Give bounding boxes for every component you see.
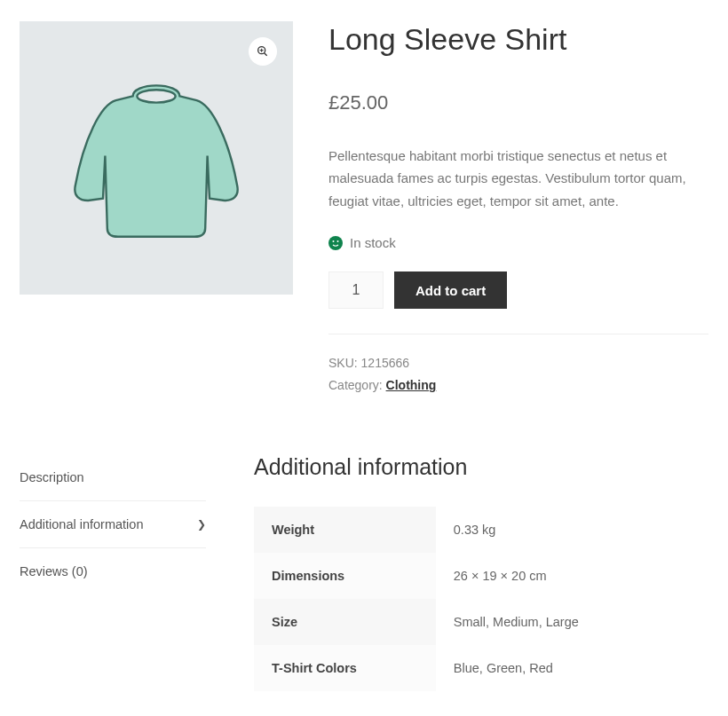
svg-point-7 [337,240,339,242]
stock-text: In stock [350,235,396,250]
product-title: Long Sleeve Shirt [328,21,708,58]
stock-status: In stock [328,235,708,250]
sku-label: SKU: [328,356,361,370]
svg-point-5 [328,236,343,250]
attribute-value: 26 × 19 × 20 cm [436,553,708,599]
sku-row: SKU: 1215666 [328,352,708,374]
tab-description[interactable]: Description [20,454,206,501]
product-description: Pellentesque habitant morbi tristique se… [328,145,708,213]
category-label: Category: [328,378,386,392]
chevron-right-icon: ❯ [197,518,206,531]
quantity-input[interactable] [328,271,384,309]
attribute-label: Size [254,599,436,645]
tabs-list: Description Additional information ❯ Rev… [20,454,206,691]
product-image[interactable] [20,21,293,295]
shirt-illustration [50,51,263,264]
svg-point-6 [333,240,335,242]
tab-reviews[interactable]: Reviews (0) [20,548,206,594]
attribute-label: Dimensions [254,553,436,599]
magnify-icon [256,44,270,59]
additional-information-panel: Additional information Weight0.33 kgDime… [254,454,708,691]
tab-label: Description [20,470,84,484]
table-row: Weight0.33 kg [254,507,708,553]
tab-label: Additional information [20,517,143,531]
panel-heading: Additional information [254,454,708,480]
category-row: Category: Clothing [328,374,708,397]
svg-point-0 [137,90,175,102]
category-link[interactable]: Clothing [386,378,437,392]
attribute-value: Small, Medium, Large [436,599,708,645]
product-price: £25.00 [328,91,708,114]
tab-additional-information[interactable]: Additional information ❯ [20,501,206,548]
attribute-label: T-Shirt Colors [254,645,436,691]
attribute-value: 0.33 kg [436,507,708,553]
attribute-label: Weight [254,507,436,553]
tab-label: Reviews (0) [20,564,88,578]
sku-value: 1215666 [361,356,410,370]
add-to-cart-button[interactable]: Add to cart [394,271,507,309]
attributes-table: Weight0.33 kgDimensions26 × 19 × 20 cmSi… [254,507,708,691]
zoom-button[interactable] [249,37,277,66]
table-row: T-Shirt ColorsBlue, Green, Red [254,645,708,691]
table-row: Dimensions26 × 19 × 20 cm [254,553,708,599]
svg-line-2 [265,53,267,56]
table-row: SizeSmall, Medium, Large [254,599,708,645]
attribute-value: Blue, Green, Red [436,645,708,691]
smiley-icon [328,236,343,250]
